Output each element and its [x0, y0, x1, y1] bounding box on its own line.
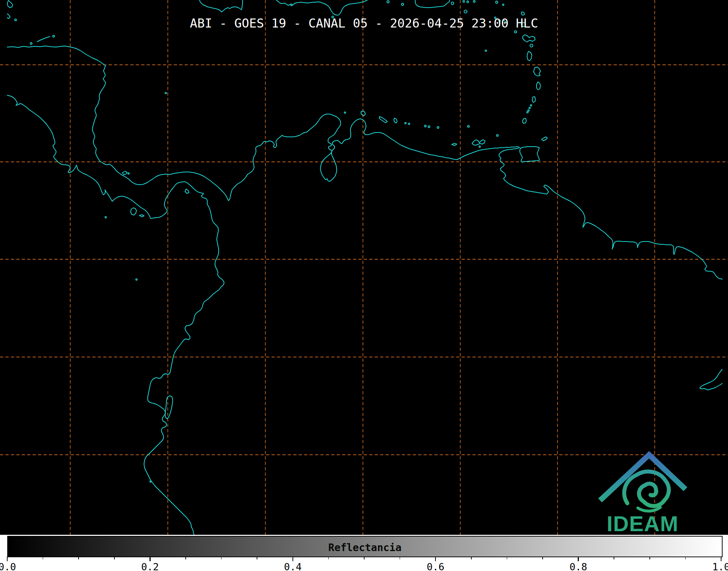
colorbar-major-tick — [293, 557, 294, 561]
islet-vieques — [451, 2, 454, 5]
islet-grenadines-4 — [527, 112, 528, 113]
colorbar-tick-label: 0.0 — [0, 561, 16, 571]
colorbar-minor-tick — [43, 557, 43, 559]
islet-malpelo — [136, 279, 137, 280]
colorbar-major-tick — [435, 557, 436, 561]
colorbar-major-tick — [7, 557, 8, 561]
coast-puerto-rico — [415, 0, 450, 8]
colorbar-major-tick — [150, 557, 151, 561]
islet-los-monjes — [344, 112, 346, 113]
coast-caribbean-mainland — [7, 46, 722, 279]
coast-st-vincent — [532, 97, 535, 102]
islet-a-vache — [291, 4, 292, 6]
coast-trinidad — [520, 147, 539, 162]
islet-bocas-2 — [128, 173, 129, 174]
islet-blanquilla — [468, 126, 470, 127]
islet-tumbes — [150, 481, 151, 482]
islet-marie-galante — [530, 44, 533, 47]
islet-testigos — [497, 135, 498, 137]
coast-puna-island — [165, 396, 173, 419]
islet-st-thomas — [467, 1, 469, 3]
islet-montserrat — [514, 31, 517, 33]
colorbar-major-tick — [721, 557, 722, 561]
islet-utila — [30, 43, 32, 45]
colorbar-minor-tick — [542, 557, 543, 559]
islet-grenadines-3 — [528, 110, 529, 111]
colorbar-tick-label: 0.2 — [141, 561, 159, 571]
colorbar-minor-tick — [185, 557, 186, 559]
islet-st-martin — [496, 1, 498, 3]
coast-grenada — [522, 118, 526, 123]
colorbar-strip: Reflectancia 0.00.20.40.60.81.0 — [0, 535, 728, 571]
map-title: ABI - GOES 19 - CANAL 05 - 2026-04-25 23… — [0, 16, 728, 30]
islet-coche — [479, 146, 480, 147]
coast-tobago — [542, 137, 547, 141]
colorbar-minor-tick — [685, 557, 686, 559]
coast-barbuda — [521, 12, 525, 15]
coast-bonaire — [394, 118, 397, 123]
colorbar-tick-label: 0.4 — [284, 561, 302, 571]
islet-st-barth — [502, 4, 504, 5]
islet-grenadines-2 — [529, 107, 530, 109]
islet-st-croix — [464, 10, 467, 13]
islet-virgin-gorda — [474, 1, 475, 3]
islet-mona — [401, 3, 404, 5]
islet-mona-west — [387, 1, 389, 3]
coast-guadeloupe — [523, 35, 535, 42]
coast-cebaco — [139, 215, 144, 217]
colorbar-tick-label: 0.8 — [569, 561, 587, 571]
colorbar-minor-tick — [328, 557, 329, 559]
colorbar-label: Reflectancia — [8, 542, 722, 554]
islet-aves — [485, 50, 487, 51]
colorbar-minor-tick — [257, 557, 257, 559]
ideam-logo-text: IDEAM — [607, 512, 678, 535]
islet-las-aves-2 — [408, 123, 410, 125]
islet-los-roques-2 — [428, 126, 430, 128]
islet-los-roques-1 — [425, 125, 426, 127]
islet-las-aves-1 — [405, 122, 406, 124]
colorbar-gradient: Reflectancia — [7, 536, 723, 557]
coast-bocas-islets — [122, 171, 127, 175]
colorbar-minor-tick — [507, 557, 508, 559]
colorbar-minor-tick — [221, 557, 222, 559]
colorbar-minor-tick — [78, 557, 79, 559]
coast-pearl-islands — [185, 189, 189, 193]
islet-culebra — [463, 1, 465, 3]
islet-pacific-1 — [105, 217, 106, 218]
colorbar-tick-label: 0.6 — [427, 561, 445, 571]
coast-pacific-mainland — [7, 95, 224, 535]
colorbar-minor-tick — [614, 557, 614, 559]
coast-martinique — [534, 67, 540, 76]
coast-hispaniola — [276, 0, 367, 15]
coast-amazon-fragment — [700, 369, 722, 390]
colorbar-minor-tick — [649, 557, 650, 559]
coast-st-lucia — [536, 82, 540, 90]
ideam-logo: IDEAM — [594, 449, 688, 535]
satellite-image-viewport: ABI - GOES 19 - CANAL 05 - 2026-04-25 23… — [0, 0, 728, 571]
islet-roncador — [165, 92, 167, 94]
coast-belize-cayes — [7, 0, 13, 8]
colorbar-tick-label: 1.0 — [712, 561, 728, 571]
islet-guanaja — [53, 35, 55, 37]
coast-jamaica — [199, 0, 243, 12]
coast-roatan — [37, 37, 50, 42]
colorbar-minor-tick — [364, 557, 365, 559]
colorbar-major-tick — [578, 557, 579, 561]
ideam-logo-roof-icon — [602, 455, 683, 499]
colorbar-minor-tick — [400, 557, 400, 559]
map-area: ABI - GOES 19 - CANAL 05 - 2026-04-25 23… — [0, 0, 728, 535]
islets — [15, 1, 533, 483]
islet-grenadines-1 — [530, 105, 532, 106]
coast-la-tortuga — [452, 143, 457, 146]
ideam-logo-swirl-icon — [624, 471, 669, 511]
coast-coiba — [131, 208, 136, 215]
coast-margarita — [472, 140, 485, 145]
islet-orchila — [437, 127, 439, 129]
coast-dominica — [527, 51, 532, 61]
coast-curacao — [379, 117, 387, 123]
colorbar-minor-tick — [471, 557, 472, 559]
colorbar-minor-tick — [114, 557, 115, 559]
